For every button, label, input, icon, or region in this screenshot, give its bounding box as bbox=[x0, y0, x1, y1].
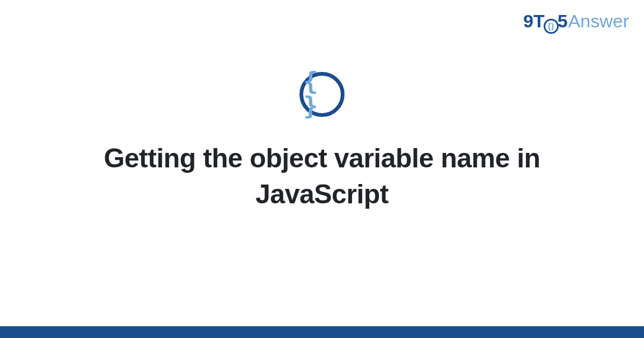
braces-glyph: { } bbox=[303, 69, 341, 118]
code-braces-icon: { } bbox=[299, 72, 345, 117]
main-content: { } Getting the object variable name in … bbox=[0, 0, 644, 338]
page-title: Getting the object variable name in Java… bbox=[54, 141, 590, 213]
footer-bar bbox=[0, 326, 644, 338]
